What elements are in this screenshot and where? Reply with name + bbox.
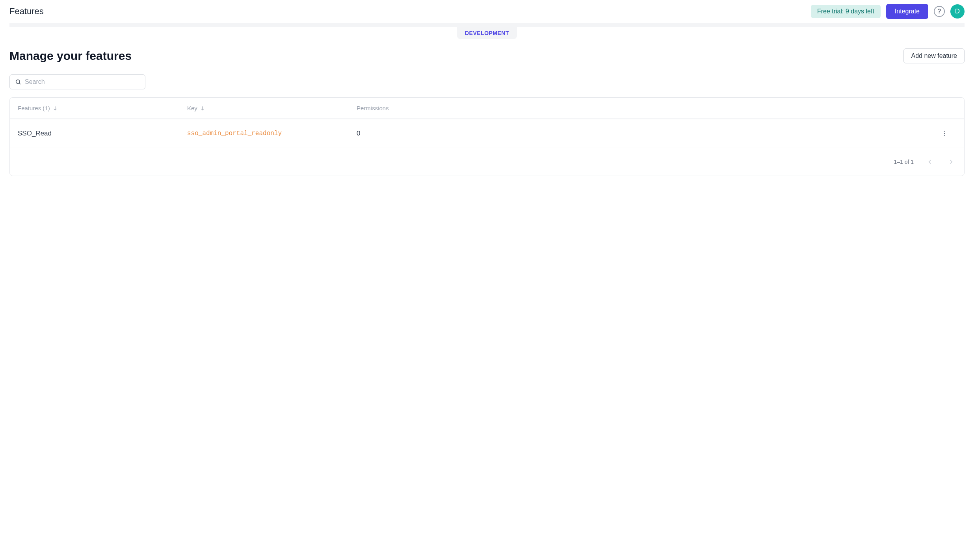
svg-point-4 [944, 131, 945, 132]
table-row[interactable]: SSO_Read sso_admin_portal_readonly 0 [10, 119, 964, 148]
cell-feature-key: sso_admin_portal_readonly [187, 130, 357, 137]
page-next-button[interactable] [946, 157, 956, 167]
integrate-button[interactable]: Integrate [886, 4, 928, 19]
top-bar: Features Free trial: 9 days left Integra… [0, 0, 974, 23]
chevron-right-icon [948, 158, 955, 165]
column-features[interactable]: Features (1) [18, 105, 187, 111]
table-head: Features (1) Key Permissions [10, 98, 964, 119]
column-permissions-label: Permissions [357, 105, 389, 111]
divider-strip [9, 23, 965, 27]
avatar[interactable]: D [950, 4, 965, 19]
column-permissions[interactable]: Permissions [357, 105, 933, 111]
row-actions-button[interactable] [933, 130, 956, 137]
chevron-left-icon [926, 158, 933, 165]
table-footer: 1–1 of 1 [10, 148, 964, 176]
svg-point-5 [944, 133, 945, 134]
page-title: Manage your features [9, 49, 132, 63]
cell-permissions: 0 [357, 130, 933, 137]
add-feature-button[interactable]: Add new feature [903, 48, 965, 63]
environment-tab-wrapper: DEVELOPMENT [0, 27, 974, 39]
help-icon[interactable]: ? [934, 6, 945, 17]
more-vertical-icon [941, 130, 948, 137]
column-key-label: Key [187, 105, 197, 111]
features-table: Features (1) Key Permissions SSO_Read s [9, 97, 965, 176]
search-input[interactable] [9, 74, 145, 89]
arrow-down-icon [200, 106, 205, 111]
environment-tab[interactable]: DEVELOPMENT [457, 27, 517, 39]
arrow-down-icon [52, 106, 58, 111]
column-key[interactable]: Key [187, 105, 357, 111]
trial-badge[interactable]: Free trial: 9 days left [811, 5, 881, 18]
page-section-title: Features [9, 6, 44, 17]
page-prev-button[interactable] [925, 157, 935, 167]
pagination-info: 1–1 of 1 [894, 159, 914, 165]
column-features-label: Features (1) [18, 105, 50, 111]
search-wrapper [9, 74, 145, 89]
svg-point-6 [944, 135, 945, 135]
page-header: Manage your features Add new feature [9, 48, 965, 63]
top-bar-actions: Free trial: 9 days left Integrate ? D [811, 4, 965, 19]
cell-feature-name: SSO_Read [18, 130, 187, 137]
